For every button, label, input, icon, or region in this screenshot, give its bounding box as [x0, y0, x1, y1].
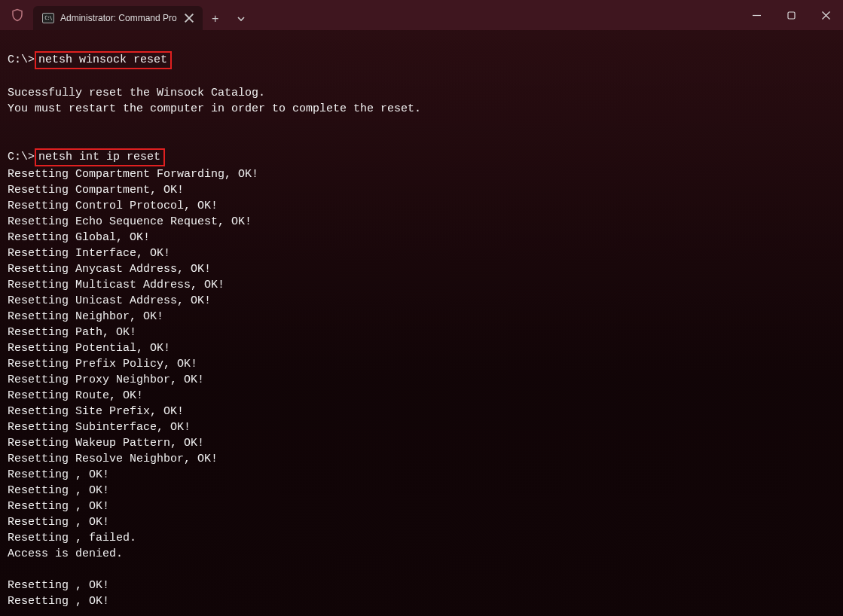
app-icon-area: [0, 0, 29, 30]
output-line: Resetting Path, OK!: [8, 325, 835, 340]
output-line: [8, 117, 835, 133]
tab-label: Administrator: Command Pro: [60, 13, 177, 23]
window-controls: [739, 0, 843, 30]
output-line: Resetting Potential, OK!: [8, 340, 835, 356]
tab-command-prompt[interactable]: C:\ Administrator: Command Pro: [33, 6, 203, 30]
output-line: Resetting , OK!: [8, 578, 835, 593]
output-line: Sucessfully reset the Winsock Catalog.: [8, 85, 835, 101]
output-line: Resetting Site Prefix, OK!: [8, 404, 835, 419]
output-line: Resetting Route, OK!: [8, 388, 835, 404]
cmd-icon: C:\: [42, 13, 54, 23]
output-line: Resetting Multicast Address, OK!: [8, 277, 835, 293]
output-line: Resetting , OK!: [8, 514, 835, 530]
output-line: [8, 562, 835, 578]
terminal-block: C:\>netsh int ip resetResetting Compartm…: [8, 148, 835, 609]
svg-rect-3: [788, 12, 795, 19]
output-line: Resetting Global, OK!: [8, 230, 835, 245]
command-line: C:\>netsh int ip reset: [8, 148, 835, 166]
output-line: Resetting Wakeup Pattern, OK!: [8, 435, 835, 451]
titlebar-drag-area[interactable]: [254, 0, 739, 30]
output-line: Access is denied.: [8, 546, 835, 562]
prompt-text: C:\>: [8, 53, 35, 66]
output-line: [8, 69, 835, 85]
minimize-button[interactable]: [739, 0, 774, 30]
terminal-output[interactable]: C:\>netsh winsock reset Sucessfully rese…: [0, 30, 843, 616]
output-line: Resetting , OK!: [8, 483, 835, 499]
output-line: Resetting , OK!: [8, 467, 835, 483]
output-line: Resetting , failed.: [8, 530, 835, 546]
new-tab-button[interactable]: +: [203, 8, 228, 30]
output-line: Resetting Control Protocol, OK!: [8, 198, 835, 214]
titlebar[interactable]: C:\ Administrator: Command Pro +: [0, 0, 843, 30]
tabs-strip: C:\ Administrator: Command Pro +: [29, 0, 254, 30]
output-line: Resetting Echo Sequence Request, OK!: [8, 214, 835, 230]
output-line: Resetting Prefix Policy, OK!: [8, 356, 835, 372]
output-line: Resetting , OK!: [8, 499, 835, 514]
close-window-button[interactable]: [808, 0, 843, 30]
output-line: Resetting , OK!: [8, 593, 835, 609]
shield-icon: [11, 8, 24, 22]
output-line: Resetting Compartment, OK!: [8, 182, 835, 198]
highlighted-command: netsh winsock reset: [35, 51, 172, 69]
output-line: Resetting Interface, OK!: [8, 245, 835, 261]
output-line: Resetting Resolve Neighbor, OK!: [8, 451, 835, 467]
terminal-window: C:\ Administrator: Command Pro +: [0, 0, 843, 616]
command-line: C:\>netsh winsock reset: [8, 51, 835, 69]
tab-dropdown-button[interactable]: [228, 8, 254, 30]
output-line: Resetting Compartment Forwarding, OK!: [8, 166, 835, 182]
output-line: Resetting Unicast Address, OK!: [8, 293, 835, 309]
highlighted-command: netsh int ip reset: [35, 148, 165, 166]
output-line: Resetting Subinterface, OK!: [8, 419, 835, 435]
output-line: Resetting Anycast Address, OK!: [8, 261, 835, 277]
maximize-button[interactable]: [774, 0, 808, 30]
terminal-block: C:\>netsh winsock reset Sucessfully rese…: [8, 51, 835, 133]
close-tab-button[interactable]: [183, 12, 195, 24]
output-line: Resetting Proxy Neighbor, OK!: [8, 372, 835, 388]
output-line: Resetting Neighbor, OK!: [8, 309, 835, 325]
prompt-text: C:\>: [8, 151, 35, 163]
output-line: You must restart the computer in order t…: [8, 101, 835, 117]
